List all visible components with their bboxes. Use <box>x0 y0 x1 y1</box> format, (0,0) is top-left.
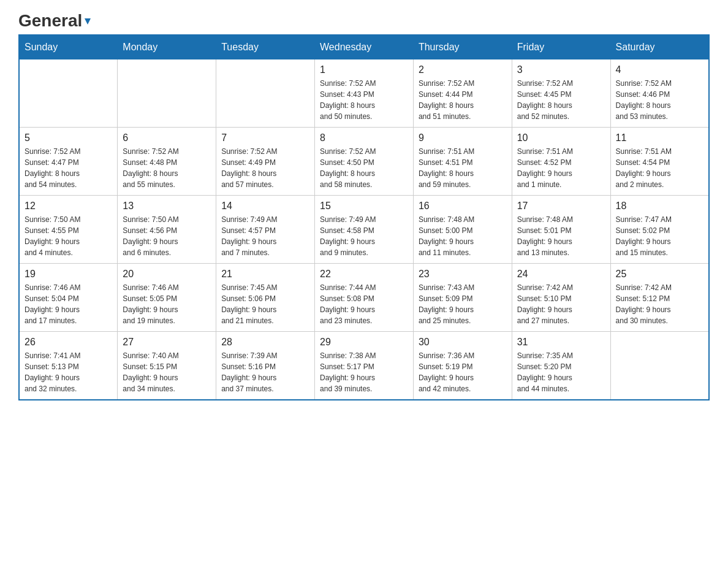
day-info: Sunrise: 7:52 AM Sunset: 4:45 PM Dayligh… <box>517 78 605 122</box>
day-info: Sunrise: 7:43 AM Sunset: 5:09 PM Dayligh… <box>419 282 507 326</box>
calendar-cell: 18Sunrise: 7:47 AM Sunset: 5:02 PM Dayli… <box>610 196 709 264</box>
weekday-header-tuesday: Tuesday <box>216 35 315 59</box>
day-number: 9 <box>419 132 507 144</box>
calendar-cell: 7Sunrise: 7:52 AM Sunset: 4:49 PM Daylig… <box>216 128 315 196</box>
day-info: Sunrise: 7:52 AM Sunset: 4:48 PM Dayligh… <box>123 146 211 190</box>
calendar-cell: 11Sunrise: 7:51 AM Sunset: 4:54 PM Dayli… <box>610 128 709 196</box>
calendar-cell: 5Sunrise: 7:52 AM Sunset: 4:47 PM Daylig… <box>19 128 118 196</box>
calendar-cell <box>216 59 315 128</box>
calendar-cell <box>19 59 118 128</box>
weekday-header-sunday: Sunday <box>19 35 118 59</box>
day-info: Sunrise: 7:39 AM Sunset: 5:16 PM Dayligh… <box>221 350 309 394</box>
day-info: Sunrise: 7:49 AM Sunset: 4:57 PM Dayligh… <box>221 214 309 258</box>
calendar-header-row: SundayMondayTuesdayWednesdayThursdayFrid… <box>19 35 709 59</box>
day-number: 30 <box>419 337 507 348</box>
day-info: Sunrise: 7:48 AM Sunset: 5:00 PM Dayligh… <box>419 214 507 258</box>
weekday-header-wednesday: Wednesday <box>315 35 414 59</box>
day-info: Sunrise: 7:51 AM Sunset: 4:51 PM Dayligh… <box>419 146 507 190</box>
day-number: 21 <box>221 269 309 280</box>
day-info: Sunrise: 7:50 AM Sunset: 4:56 PM Dayligh… <box>123 214 211 258</box>
day-number: 17 <box>517 201 605 212</box>
calendar-cell: 16Sunrise: 7:48 AM Sunset: 5:00 PM Dayli… <box>413 196 512 264</box>
calendar-cell: 27Sunrise: 7:40 AM Sunset: 5:15 PM Dayli… <box>118 332 216 400</box>
day-info: Sunrise: 7:52 AM Sunset: 4:46 PM Dayligh… <box>616 78 703 122</box>
calendar-cell: 15Sunrise: 7:49 AM Sunset: 4:58 PM Dayli… <box>315 196 414 264</box>
day-number: 1 <box>320 64 408 75</box>
day-number: 6 <box>123 132 211 144</box>
logo: General <box>18 12 92 28</box>
calendar-cell: 2Sunrise: 7:52 AM Sunset: 4:44 PM Daylig… <box>413 59 512 128</box>
day-number: 31 <box>517 337 605 348</box>
day-info: Sunrise: 7:48 AM Sunset: 5:01 PM Dayligh… <box>517 214 605 258</box>
calendar-cell: 3Sunrise: 7:52 AM Sunset: 4:45 PM Daylig… <box>512 59 610 128</box>
day-number: 23 <box>419 269 507 280</box>
day-info: Sunrise: 7:52 AM Sunset: 4:44 PM Dayligh… <box>419 78 507 122</box>
day-number: 22 <box>320 269 408 280</box>
calendar-cell: 1Sunrise: 7:52 AM Sunset: 4:43 PM Daylig… <box>315 59 414 128</box>
calendar-table: SundayMondayTuesdayWednesdayThursdayFrid… <box>18 34 710 400</box>
calendar-week-1: 1Sunrise: 7:52 AM Sunset: 4:43 PM Daylig… <box>19 59 709 128</box>
day-number: 29 <box>320 337 408 348</box>
day-number: 10 <box>517 132 605 144</box>
day-number: 5 <box>25 132 112 144</box>
day-info: Sunrise: 7:45 AM Sunset: 5:06 PM Dayligh… <box>221 282 309 326</box>
day-info: Sunrise: 7:42 AM Sunset: 5:10 PM Dayligh… <box>517 282 605 326</box>
calendar-cell: 14Sunrise: 7:49 AM Sunset: 4:57 PM Dayli… <box>216 196 315 264</box>
day-info: Sunrise: 7:49 AM Sunset: 4:58 PM Dayligh… <box>320 214 408 258</box>
day-info: Sunrise: 7:52 AM Sunset: 4:49 PM Dayligh… <box>221 146 309 190</box>
calendar-week-3: 12Sunrise: 7:50 AM Sunset: 4:55 PM Dayli… <box>19 196 709 264</box>
day-info: Sunrise: 7:41 AM Sunset: 5:13 PM Dayligh… <box>25 350 112 394</box>
calendar-cell: 12Sunrise: 7:50 AM Sunset: 4:55 PM Dayli… <box>19 196 118 264</box>
day-info: Sunrise: 7:42 AM Sunset: 5:12 PM Dayligh… <box>616 282 703 326</box>
day-info: Sunrise: 7:51 AM Sunset: 4:52 PM Dayligh… <box>517 146 605 190</box>
day-number: 16 <box>419 201 507 212</box>
calendar-cell: 19Sunrise: 7:46 AM Sunset: 5:04 PM Dayli… <box>19 264 118 332</box>
day-info: Sunrise: 7:52 AM Sunset: 4:47 PM Dayligh… <box>25 146 112 190</box>
day-number: 15 <box>320 201 408 212</box>
calendar-cell: 24Sunrise: 7:42 AM Sunset: 5:10 PM Dayli… <box>512 264 610 332</box>
calendar-cell: 29Sunrise: 7:38 AM Sunset: 5:17 PM Dayli… <box>315 332 414 400</box>
weekday-header-friday: Friday <box>512 35 610 59</box>
day-number: 8 <box>320 132 408 144</box>
calendar-cell: 8Sunrise: 7:52 AM Sunset: 4:50 PM Daylig… <box>315 128 414 196</box>
calendar-cell: 21Sunrise: 7:45 AM Sunset: 5:06 PM Dayli… <box>216 264 315 332</box>
day-info: Sunrise: 7:35 AM Sunset: 5:20 PM Dayligh… <box>517 350 605 394</box>
calendar-week-4: 19Sunrise: 7:46 AM Sunset: 5:04 PM Dayli… <box>19 264 709 332</box>
weekday-header-saturday: Saturday <box>610 35 709 59</box>
day-number: 14 <box>221 201 309 212</box>
weekday-header-thursday: Thursday <box>413 35 512 59</box>
calendar-week-2: 5Sunrise: 7:52 AM Sunset: 4:47 PM Daylig… <box>19 128 709 196</box>
day-number: 4 <box>616 64 703 75</box>
calendar-cell: 26Sunrise: 7:41 AM Sunset: 5:13 PM Dayli… <box>19 332 118 400</box>
calendar-cell: 10Sunrise: 7:51 AM Sunset: 4:52 PM Dayli… <box>512 128 610 196</box>
day-info: Sunrise: 7:40 AM Sunset: 5:15 PM Dayligh… <box>123 350 211 394</box>
calendar-cell: 31Sunrise: 7:35 AM Sunset: 5:20 PM Dayli… <box>512 332 610 400</box>
day-number: 13 <box>123 201 211 212</box>
calendar-cell: 20Sunrise: 7:46 AM Sunset: 5:05 PM Dayli… <box>118 264 216 332</box>
calendar-cell <box>610 332 709 400</box>
calendar-cell: 23Sunrise: 7:43 AM Sunset: 5:09 PM Dayli… <box>413 264 512 332</box>
calendar-cell: 6Sunrise: 7:52 AM Sunset: 4:48 PM Daylig… <box>118 128 216 196</box>
calendar-cell: 25Sunrise: 7:42 AM Sunset: 5:12 PM Dayli… <box>610 264 709 332</box>
day-number: 12 <box>25 201 112 212</box>
day-number: 20 <box>123 269 211 280</box>
day-info: Sunrise: 7:51 AM Sunset: 4:54 PM Dayligh… <box>616 146 703 190</box>
day-info: Sunrise: 7:38 AM Sunset: 5:17 PM Dayligh… <box>320 350 408 394</box>
calendar-cell: 4Sunrise: 7:52 AM Sunset: 4:46 PM Daylig… <box>610 59 709 128</box>
calendar-cell: 22Sunrise: 7:44 AM Sunset: 5:08 PM Dayli… <box>315 264 414 332</box>
day-number: 18 <box>616 201 703 212</box>
calendar-cell: 13Sunrise: 7:50 AM Sunset: 4:56 PM Dayli… <box>118 196 216 264</box>
day-number: 7 <box>221 132 309 144</box>
day-info: Sunrise: 7:46 AM Sunset: 5:04 PM Dayligh… <box>25 282 112 326</box>
day-number: 3 <box>517 64 605 75</box>
day-number: 26 <box>25 337 112 348</box>
day-info: Sunrise: 7:47 AM Sunset: 5:02 PM Dayligh… <box>616 214 703 258</box>
day-number: 28 <box>221 337 309 348</box>
day-number: 25 <box>616 269 703 280</box>
day-info: Sunrise: 7:44 AM Sunset: 5:08 PM Dayligh… <box>320 282 408 326</box>
calendar-cell <box>118 59 216 128</box>
weekday-header-monday: Monday <box>118 35 216 59</box>
day-number: 11 <box>616 132 703 144</box>
day-number: 24 <box>517 269 605 280</box>
svg-marker-0 <box>85 18 91 25</box>
